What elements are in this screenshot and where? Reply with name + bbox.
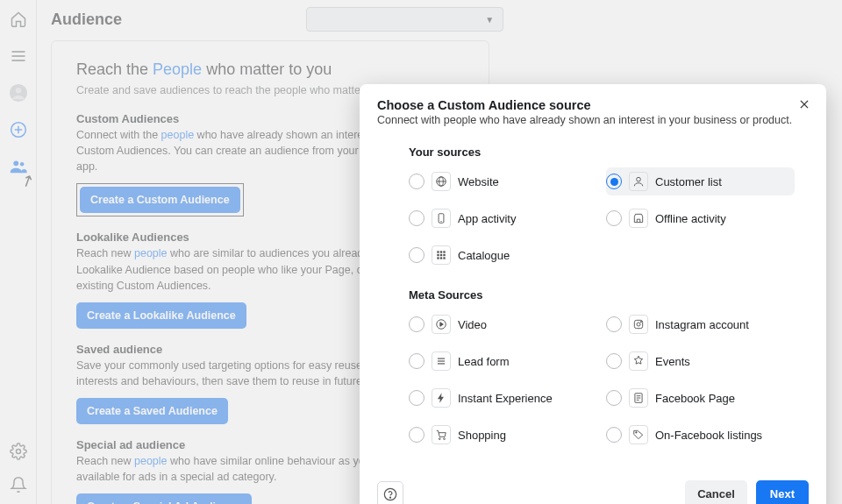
home-icon[interactable] [8, 9, 29, 30]
source-label: Instagram account [655, 318, 749, 331]
source-label: Instant Experience [458, 392, 553, 405]
radio-icon [606, 427, 622, 443]
headline: Reach the People who matter to you [76, 60, 464, 79]
your-sources-label: Your sources [409, 146, 809, 159]
account-selector[interactable]: ▼ [306, 7, 503, 32]
source-option[interactable]: Facebook Page [606, 384, 795, 412]
left-nav-rail [0, 0, 37, 504]
people-link[interactable]: people [134, 247, 168, 259]
radio-icon [606, 174, 622, 189]
source-option[interactable]: Instant Experience [409, 384, 597, 412]
radio-icon [409, 316, 425, 332]
radio-icon [409, 390, 425, 406]
create-saved-button[interactable]: Create a Saved Audience [76, 398, 228, 424]
source-option[interactable]: App activity [409, 204, 597, 232]
radio-icon [606, 390, 622, 406]
instagram-icon [629, 315, 648, 334]
svg-rect-20 [440, 251, 442, 252]
profile-icon[interactable] [8, 82, 29, 103]
list-icon [432, 351, 451, 371]
notifications-icon[interactable] [8, 474, 29, 495]
chevron-down-icon: ▼ [485, 15, 494, 25]
close-button[interactable] [795, 95, 814, 114]
cart-icon [432, 425, 451, 444]
svg-point-16 [637, 177, 641, 181]
source-label: Offline activity [655, 212, 726, 225]
svg-point-10 [17, 450, 21, 454]
source-option[interactable]: Website [409, 167, 597, 195]
source-option[interactable]: Video [409, 310, 597, 338]
source-option[interactable]: Offline activity [606, 204, 795, 232]
radio-icon [409, 353, 425, 369]
svg-point-41 [444, 438, 446, 440]
settings-icon[interactable] [8, 441, 29, 462]
source-option[interactable]: Instagram account [606, 310, 795, 338]
svg-rect-26 [440, 257, 442, 259]
help-button[interactable] [377, 481, 403, 505]
source-option[interactable]: Lead form [409, 347, 597, 375]
ticket-icon [629, 351, 648, 371]
source-option[interactable]: Shopping [409, 421, 597, 449]
svg-rect-27 [443, 257, 445, 259]
people-link[interactable]: people [134, 455, 168, 467]
next-button[interactable]: Next [756, 480, 809, 504]
svg-point-31 [637, 323, 640, 326]
create-lookalike-button[interactable]: Create a Lookalike Audience [76, 302, 246, 329]
radio-icon [606, 316, 622, 332]
person-icon [629, 172, 648, 191]
svg-marker-29 [440, 323, 444, 327]
add-icon[interactable] [8, 119, 29, 140]
svg-rect-25 [437, 257, 439, 259]
svg-rect-21 [443, 251, 445, 252]
tag-icon [629, 425, 648, 444]
svg-point-40 [439, 438, 440, 440]
phone-icon [432, 209, 451, 228]
source-label: Events [655, 355, 690, 368]
source-option[interactable]: Events [606, 347, 795, 375]
radio-icon [409, 427, 425, 443]
create-custom-audience-button[interactable]: Create a Custom Audience [80, 187, 240, 213]
radio-icon [409, 174, 425, 189]
source-label: Catalogue [458, 249, 510, 262]
globe-icon [432, 172, 451, 191]
radio-icon [606, 210, 622, 226]
meta-sources-label: Meta Sources [409, 288, 809, 302]
svg-point-42 [636, 432, 637, 433]
create-special-button[interactable]: Create a Special Ad Audience [76, 493, 252, 504]
people-link[interactable]: People [153, 60, 202, 78]
custom-audience-source-modal: Choose a Custom Audience source Connect … [360, 84, 826, 504]
modal-subtitle: Connect with people who have already sho… [377, 114, 809, 126]
store-icon [629, 209, 648, 228]
people-link[interactable]: people [274, 84, 307, 96]
bolt-icon [432, 388, 451, 408]
your-sources-grid: WebsiteCustomer listApp activityOffline … [409, 167, 795, 269]
modal-title: Choose a Custom Audience source [377, 98, 809, 112]
grid-icon [432, 245, 451, 265]
source-label: Facebook Page [655, 392, 735, 405]
svg-point-8 [13, 160, 18, 166]
page-icon [629, 388, 648, 408]
svg-rect-24 [443, 254, 445, 256]
cancel-button[interactable]: Cancel [685, 480, 747, 504]
svg-point-4 [15, 88, 20, 93]
source-label: Video [458, 318, 487, 331]
source-label: On-Facebook listings [655, 429, 762, 442]
highlight-frame: Create a Custom Audience [76, 183, 244, 217]
svg-rect-22 [437, 254, 439, 256]
page-title: Audience [51, 11, 122, 29]
source-label: Website [458, 175, 499, 188]
source-label: Lead form [458, 355, 510, 368]
source-label: App activity [458, 212, 516, 225]
source-option[interactable]: Catalogue [409, 241, 597, 269]
source-option[interactable]: On-Facebook listings [606, 421, 795, 449]
source-label: Customer list [655, 175, 722, 188]
svg-point-44 [389, 497, 390, 498]
svg-point-32 [640, 322, 641, 323]
people-link[interactable]: people [161, 129, 195, 141]
menu-icon[interactable] [8, 46, 29, 67]
source-option[interactable]: Customer list [606, 167, 795, 195]
radio-icon [606, 353, 622, 369]
radio-icon [409, 210, 425, 226]
radio-icon [409, 247, 425, 263]
meta-sources-grid: VideoInstagram accountLead formEventsIns… [409, 310, 795, 449]
